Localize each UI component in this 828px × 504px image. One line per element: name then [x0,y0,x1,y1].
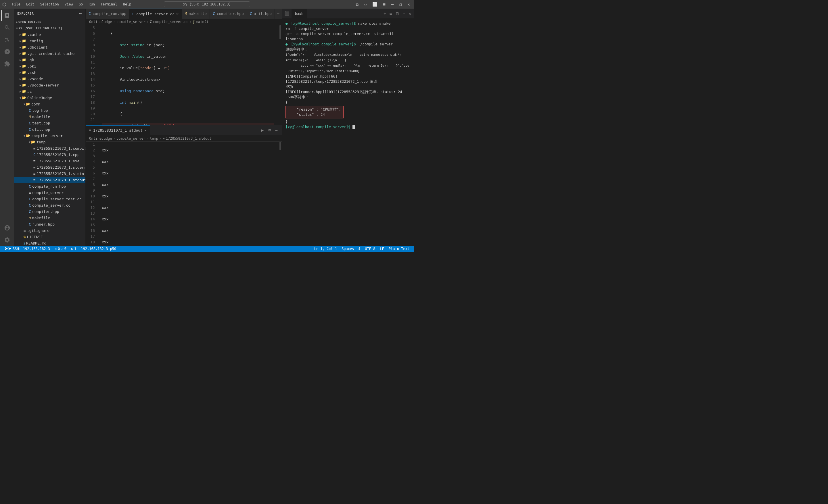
activity-extensions[interactable] [1,58,13,70]
breadcrumb-item[interactable]: OnlineJudge [89,20,112,24]
tab-close-icon[interactable]: ✕ [144,128,147,133]
run-icon[interactable]: ▶ [260,127,265,133]
panel-bc-item[interactable]: OnlineJudge [89,136,112,140]
tree-item-ac[interactable]: ▶ 📁 ac [14,88,85,95]
scrollbar-thumb[interactable] [280,142,281,150]
restore-button[interactable]: ❐ [398,1,403,7]
tree-item-compile-server-bin[interactable]: ≡ compile_server [14,189,85,196]
menu-view[interactable]: View [63,2,75,7]
more-icon[interactable]: ⋯ [402,11,406,16]
tree-item-stdin[interactable]: ≡ 1728558321073_1.stdin [14,170,85,177]
menu-run[interactable]: Run [86,2,97,7]
menu-edit[interactable]: Edit [24,2,37,7]
scrollbar-v[interactable] [279,25,282,125]
tree-item-log-hpp[interactable]: C log.hpp [14,107,85,113]
tab-util-hpp[interactable]: C util.hpp [247,9,275,19]
minimize-button[interactable]: ─ [389,1,395,7]
layout-split-icon[interactable]: ▭ [363,1,368,7]
tree-item-compile-run[interactable]: C compile_run.hpp [14,183,85,189]
close-button[interactable]: ✕ [406,1,412,7]
tree-item-gitignore[interactable]: ≡ .gitignore [14,227,85,234]
menu-go[interactable]: Go [77,2,85,7]
tree-item-ssh[interactable]: ▶ 📁 .ssh [14,69,85,76]
tree-item-temp[interactable]: ▼ 📂 temp [14,139,85,145]
tree-item-pki[interactable]: ▶ 📁 .pki [14,63,85,69]
tree-item-dbclient[interactable]: ▶ 📁 .dbclient [14,44,85,50]
panel-scrollbar-v[interactable] [279,142,282,246]
tree-item-stderr[interactable]: ≡ 1728558321073_1.stderr [14,164,85,170]
tab-compile-server-cc[interactable]: C compile_server.cc ✕ [129,9,182,19]
tree-item-vscode[interactable]: ▶ 📁 .vscode [14,76,85,82]
open-editors-section[interactable]: ▶ OPEN EDITORS [14,19,85,25]
search-bar[interactable]: xy (SSH: 192.168.182.3) [164,1,250,7]
window-controls[interactable]: ⧉ ▭ ⬜ ⊞ ─ ❐ ✕ [354,1,412,7]
activity-search[interactable] [1,22,13,33]
tree-item-server-test[interactable]: C compile_server_test.cc [14,196,85,202]
panel-tab-stdout[interactable]: ≡ 1728558321073_1.stdout ✕ [86,125,150,135]
menu-terminal[interactable]: Terminal [98,2,120,7]
tree-item-test-cpp[interactable]: C test.cpp [14,120,85,126]
status-position[interactable]: Ln 1, Col 1 [312,246,339,252]
customize-icon[interactable]: ⊞ [381,1,387,7]
panel-bc-item[interactable]: compile_server [116,136,146,140]
scrollbar-thumb[interactable] [280,25,281,39]
status-errors[interactable]: ✕ 0 ⚠ 0 [52,246,69,252]
terminal-content[interactable]: ● [xy@localhost compile_server]$ make cl… [282,19,414,246]
breadcrumb-item[interactable]: compile_server [116,20,146,24]
activity-settings[interactable] [1,234,13,246]
tree-item-readme[interactable]: ℹ README.md [14,240,85,246]
tree-item-compile-error[interactable]: ≡ 1728558321073_1.compile_error [14,145,85,151]
tree-item-config[interactable]: ▶ 📁 .config [14,38,85,44]
menu-bar[interactable]: File Edit Selection View Go Run Terminal… [10,2,134,7]
panel-bc-item[interactable]: 1728558321073_1.stdout [166,136,211,140]
split-icon[interactable]: ⊟ [266,127,272,133]
sidebar-more-icon[interactable]: ⋯ [79,11,82,16]
breadcrumb-item[interactable]: compile_server.cc [153,20,188,24]
split-terminal-icon[interactable]: ⊟ [388,11,393,16]
tree-item-gk[interactable]: ▶ 📁 .gk [14,57,85,63]
layout-toggle-icon[interactable]: ⧉ [354,1,360,7]
status-language[interactable]: Plain Text [386,246,412,252]
activity-account[interactable] [1,222,13,234]
status-spaces[interactable]: Spaces: 4 [339,246,363,252]
breadcrumb-item[interactable]: main() [196,20,208,24]
code-editor[interactable]: 5 6 7 8 9 10 11 12 13 14 15 16 17 18 [86,25,282,125]
tab-compiler-hpp[interactable]: C compiler.hpp [210,9,247,19]
tree-item-util-hpp[interactable]: C util.hpp [14,126,85,133]
tree-item-compile-server[interactable]: ▼ 📂 compile_server [14,133,85,139]
more-icon[interactable]: ⋯ [274,127,280,133]
panel-bc-item[interactable]: temp [150,136,158,140]
close-panel-icon[interactable]: ✕ [408,11,412,16]
tab-overflow-icon[interactable]: ⋯ [275,9,282,19]
tab-close-icon[interactable]: ✕ [176,12,178,16]
tree-item-stdout[interactable]: ≡ 1728558321073_1.stdout [14,177,85,183]
new-terminal-icon[interactable]: + [382,11,387,16]
tree-item-exe-file[interactable]: ≡ 1728558321073_1.exe [14,158,85,164]
tree-item-server-cc[interactable]: C compile_server.cc [14,202,85,208]
tree-item-runner-hpp[interactable]: C runner.hpp [14,221,85,227]
tree-item-license[interactable]: © LICENSE [14,234,85,240]
tree-item-cpp-file[interactable]: C 1728558321073_1.cpp [14,151,85,158]
menu-selection[interactable]: Selection [38,2,61,7]
root-section[interactable]: ▼ XY [SSH: 192.168.182.3] [14,25,85,31]
panel-icon[interactable]: ⬜ [371,1,379,7]
trash-icon[interactable]: 🗑 [394,11,401,16]
menu-help[interactable]: Help [121,2,134,7]
activity-explorer[interactable] [1,10,13,21]
status-git[interactable]: ↻ 1 [69,246,79,252]
tree-item-git-credential[interactable]: ▶ 📁 .git-credential-cache [14,50,85,57]
tree-item-comm[interactable]: ▼ 📂 comm [14,101,85,107]
tree-item-cache[interactable]: ▶ 📁 .cache [14,31,85,38]
tab-compile-run[interactable]: C compile_run.hpp [86,9,129,19]
status-remote[interactable]: 192.168.182.3 p50 [79,246,118,252]
tab-makefile[interactable]: M makefile [182,9,210,19]
activity-debug[interactable] [1,46,13,57]
terminal-tab[interactable]: bash [292,9,307,19]
tree-item-vscode-server[interactable]: ▶ 📁 .vscode-server [14,82,85,88]
tree-item-compiler-hpp[interactable]: C compiler.hpp [14,208,85,215]
status-ssh[interactable]: ⮞⮞ SSH: 192.168.182.3 [2,246,52,252]
status-eol[interactable]: LF [377,246,386,252]
activity-source-control[interactable] [1,34,13,45]
tree-item-makefile-server[interactable]: M makefile [14,215,85,221]
panel-content[interactable]: 12345 678910 1112131415 161718 xxx xxx x… [86,142,282,246]
